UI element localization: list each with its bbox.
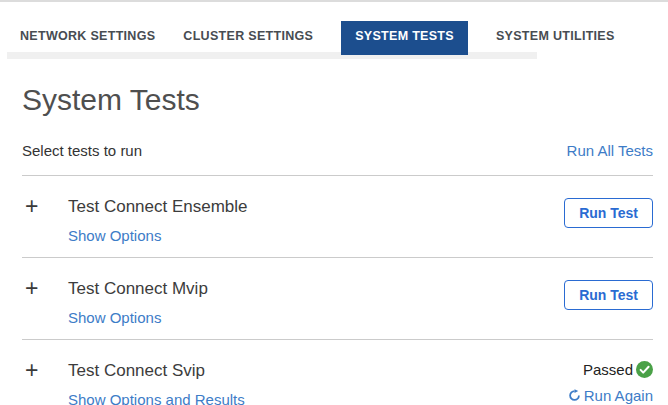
expand-col: +	[22, 197, 68, 218]
settings-tabbar: NETWORK SETTINGS CLUSTER SETTINGS SYSTEM…	[0, 21, 668, 52]
plus-icon[interactable]: +	[25, 197, 38, 216]
tabbar-underline	[7, 52, 537, 59]
run-all-tests-link[interactable]: Run All Tests	[567, 142, 653, 159]
test-status: Passed	[568, 361, 653, 378]
run-again-link[interactable]: Run Again	[568, 387, 653, 404]
system-tests-panel: System Tests Select tests to run Run All…	[0, 84, 668, 405]
plus-icon[interactable]: +	[25, 361, 38, 380]
plus-icon[interactable]: +	[25, 279, 38, 298]
expand-col: +	[22, 361, 68, 382]
page-title: System Tests	[22, 84, 653, 116]
select-tests-label: Select tests to run	[22, 142, 142, 159]
tab-system-utilities[interactable]: SYSTEM UTILITIES	[496, 21, 615, 52]
show-options-link[interactable]: Show Options	[68, 227, 161, 244]
test-name: Test Connect Mvip	[68, 279, 564, 299]
refresh-icon	[568, 389, 581, 402]
run-again-label: Run Again	[584, 387, 653, 404]
test-list: + Test Connect Ensemble Show Options Run…	[22, 175, 653, 405]
test-name: Test Connect Svip	[68, 361, 568, 381]
test-action: Run Test	[564, 197, 653, 228]
show-options-results-link[interactable]: Show Options and Results	[68, 391, 245, 405]
test-action: Passed Run Again	[568, 361, 653, 405]
test-row-mvip: + Test Connect Mvip Show Options Run Tes…	[22, 257, 653, 339]
run-test-button[interactable]: Run Test	[564, 198, 653, 228]
test-name: Test Connect Ensemble	[68, 197, 564, 217]
show-options-link[interactable]: Show Options	[68, 309, 161, 326]
test-main: Test Connect Mvip Show Options	[68, 279, 564, 327]
top-divider	[0, 0, 668, 2]
tab-network-settings[interactable]: NETWORK SETTINGS	[20, 21, 155, 52]
test-row-svip: + Test Connect Svip Show Options and Res…	[22, 339, 653, 405]
check-circle-icon	[636, 361, 653, 378]
test-action: Run Test	[564, 279, 653, 310]
status-passed-label: Passed	[583, 361, 633, 378]
test-main: Test Connect Svip Show Options and Resul…	[68, 361, 568, 405]
tab-cluster-settings[interactable]: CLUSTER SETTINGS	[183, 21, 313, 52]
tab-system-tests[interactable]: SYSTEM TESTS	[341, 21, 468, 52]
subheader-row: Select tests to run Run All Tests	[22, 142, 653, 159]
expand-col: +	[22, 279, 68, 300]
run-test-button[interactable]: Run Test	[564, 280, 653, 310]
test-row-ensemble: + Test Connect Ensemble Show Options Run…	[22, 175, 653, 257]
test-main: Test Connect Ensemble Show Options	[68, 197, 564, 245]
